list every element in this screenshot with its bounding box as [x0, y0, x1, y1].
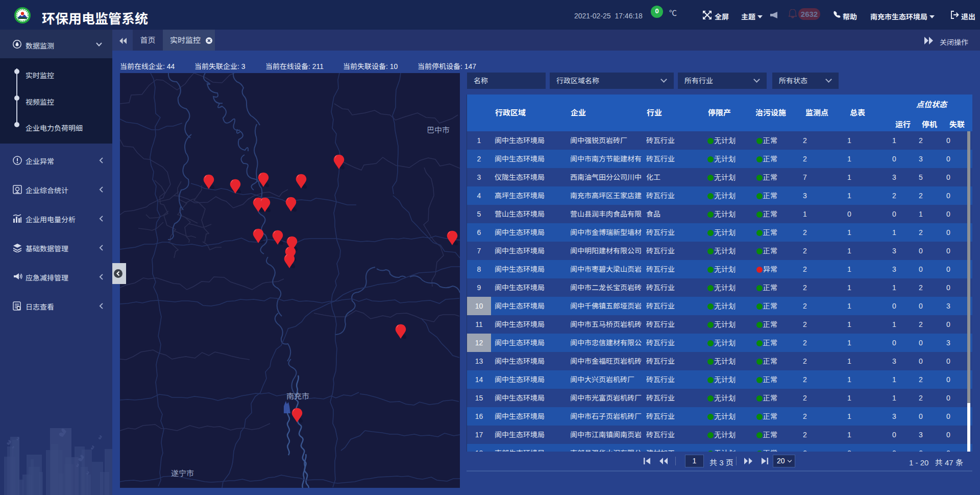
svg-text:遂宁市: 遂宁市 — [171, 469, 194, 478]
svg-text:南充市: 南充市 — [286, 392, 309, 400]
svg-text:巴中市: 巴中市 — [427, 126, 450, 134]
